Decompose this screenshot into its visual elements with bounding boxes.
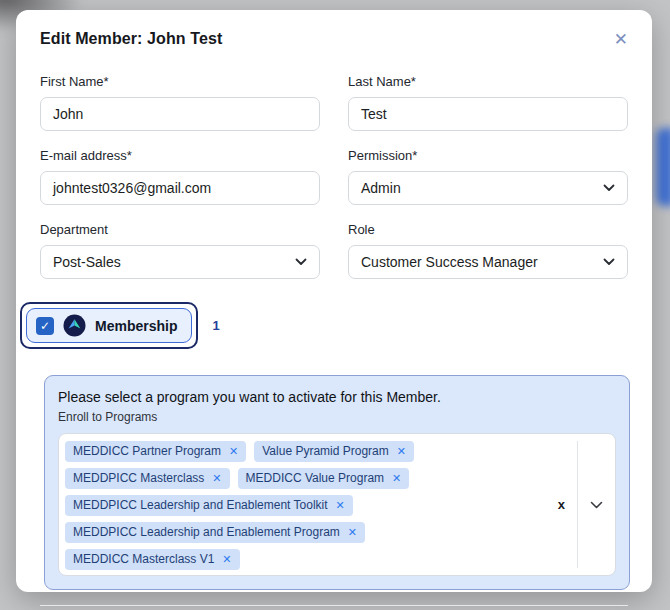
program-tag: MEDDICC Partner Program✕ — [65, 441, 246, 462]
program-tag-label: MEDDPICC Leadership and Enablement Toolk… — [73, 498, 328, 512]
email-label: E-mail address* — [40, 148, 320, 163]
program-tag: Value Pyramid Program✕ — [254, 441, 414, 462]
membership-label: Membership — [95, 318, 177, 334]
program-tag: MEDDPICC Leadership and Enablement Progr… — [65, 522, 365, 543]
permission-field-group: Permission* Admin — [348, 148, 628, 205]
permission-select[interactable]: Admin — [348, 171, 628, 205]
program-tag: MEDDPICC Masterclass✕ — [65, 468, 230, 489]
program-tag: MEDDICC Masterclass V1✕ — [65, 549, 240, 570]
chevron-down-icon — [295, 258, 307, 266]
program-tag-label: MEDDPICC Leadership and Enablement Progr… — [73, 525, 340, 539]
chevron-down-icon — [603, 184, 615, 192]
remove-tag-icon[interactable]: ✕ — [336, 500, 345, 511]
role-field-group: Role Customer Success Manager — [348, 222, 628, 279]
annotation-box-1: ✓ Membership — [20, 302, 198, 349]
dialog-header: Edit Member: John Test ✕ — [40, 30, 628, 48]
program-tag-label: MEDDICC Value Program — [246, 471, 384, 485]
role-select[interactable]: Customer Success Manager — [348, 245, 628, 279]
dialog-title: Edit Member: John Test — [40, 30, 222, 48]
program-tag-label: MEDDICC Masterclass V1 — [73, 552, 214, 566]
remove-tag-icon[interactable]: ✕ — [392, 473, 401, 484]
membership-toggle[interactable]: ✓ Membership — [26, 308, 192, 343]
membership-section: ✓ Membership 1 — [20, 302, 628, 349]
role-value: Customer Success Manager — [361, 254, 538, 270]
email-input[interactable]: johntest0326@gmail.com — [40, 171, 320, 205]
last-name-field-group: Last Name* Test — [348, 74, 628, 131]
clear-all-icon[interactable]: x — [546, 497, 577, 512]
first-name-input[interactable]: John — [40, 97, 320, 131]
program-tag: MEDDPICC Leadership and Enablement Toolk… — [65, 495, 353, 516]
remove-tag-icon[interactable]: ✕ — [229, 446, 238, 457]
department-select[interactable]: Post-Sales — [40, 245, 320, 279]
remove-tag-icon[interactable]: ✕ — [348, 527, 357, 538]
last-name-label: Last Name* — [348, 74, 628, 89]
close-icon[interactable]: ✕ — [614, 31, 628, 48]
chevron-down-icon[interactable] — [578, 496, 615, 514]
last-name-input[interactable]: Test — [348, 97, 628, 131]
program-tag-label: MEDDPICC Masterclass — [73, 471, 204, 485]
program-tag-label: MEDDICC Partner Program — [73, 444, 221, 458]
program-tag: MEDDICC Value Program✕ — [238, 468, 410, 489]
edit-member-dialog: Edit Member: John Test ✕ First Name* Joh… — [16, 10, 652, 592]
chevron-down-icon — [603, 258, 615, 266]
program-tags: MEDDICC Partner Program✕Value Pyramid Pr… — [65, 439, 546, 570]
first-name-label: First Name* — [40, 74, 320, 89]
department-value: Post-Sales — [53, 254, 121, 270]
role-label: Role — [348, 222, 628, 237]
membership-brand-logo-icon — [63, 314, 86, 337]
program-tag-label: Value Pyramid Program — [262, 444, 389, 458]
background-blue-element — [656, 128, 670, 206]
dialog-footer: 2 Cancel Save Changes — [40, 605, 628, 610]
annotation-number-1: 1 — [212, 318, 219, 333]
programs-panel: Please select a program you want to acti… — [44, 375, 630, 590]
member-form: First Name* John Last Name* Test E-mail … — [40, 74, 628, 296]
programs-multiselect[interactable]: MEDDICC Partner Program✕Value Pyramid Pr… — [58, 433, 616, 576]
permission-value: Admin — [361, 180, 401, 196]
department-label: Department — [40, 222, 320, 237]
multiselect-controls: x — [546, 439, 615, 570]
membership-checkbox[interactable]: ✓ — [36, 317, 54, 335]
department-field-group: Department Post-Sales — [40, 222, 320, 279]
email-field-group: E-mail address* johntest0326@gmail.com — [40, 148, 320, 205]
remove-tag-icon[interactable]: ✕ — [222, 554, 231, 565]
remove-tag-icon[interactable]: ✕ — [212, 473, 221, 484]
permission-label: Permission* — [348, 148, 628, 163]
enroll-to-programs-label: Enroll to Programs — [58, 410, 616, 424]
remove-tag-icon[interactable]: ✕ — [397, 446, 406, 457]
programs-instruction: Please select a program you want to acti… — [58, 389, 616, 405]
first-name-field-group: First Name* John — [40, 74, 320, 131]
